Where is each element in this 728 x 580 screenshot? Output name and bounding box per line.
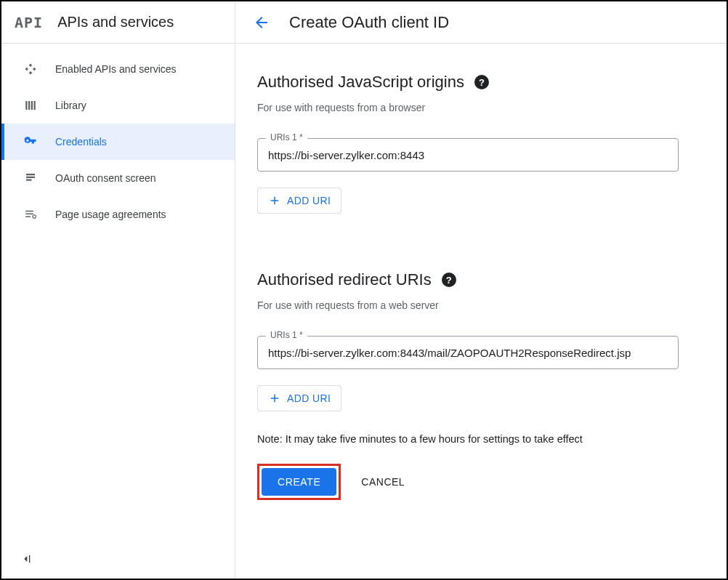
js-origins-input-label: URIs 1 * <box>266 132 307 142</box>
main-header: Create OAuth client ID <box>235 1 727 44</box>
sidebar-item-library[interactable]: Library <box>1 87 235 124</box>
redirect-uris-title: Authorised redirect URIs <box>257 270 432 289</box>
main-body: Authorised JavaScript origins ? For use … <box>235 44 727 579</box>
sidebar-nav: Enabled APIs and services Library Creden… <box>1 44 235 539</box>
library-icon <box>22 97 39 114</box>
js-origins-uri-input[interactable] <box>257 138 679 172</box>
add-js-origin-uri-button[interactable]: ADD URI <box>257 188 341 214</box>
help-icon[interactable]: ? <box>442 273 456 287</box>
sidebar-item-label: OAuth consent screen <box>55 172 156 184</box>
consent-screen-icon <box>22 169 39 187</box>
create-highlight-box: CREATE <box>257 464 341 500</box>
api-logo: API <box>15 14 43 31</box>
enabled-apis-icon <box>22 60 39 78</box>
svg-point-0 <box>33 215 36 219</box>
redirect-uri-input[interactable] <box>257 336 679 369</box>
sidebar-item-label: Page usage agreements <box>55 209 166 220</box>
js-origins-header: Authorised JavaScript origins ? <box>257 73 705 92</box>
add-uri-label: ADD URI <box>287 392 331 404</box>
sidebar-item-credentials[interactable]: Credentials <box>1 124 235 160</box>
sidebar-item-page-usage-agreements[interactable]: Page usage agreements <box>1 196 235 233</box>
key-icon <box>22 133 39 150</box>
js-origins-input-wrapper: URIs 1 * <box>257 138 679 172</box>
sidebar-item-label: Library <box>55 100 86 111</box>
add-redirect-uri-button[interactable]: ADD URI <box>257 385 341 411</box>
sidebar-header: API APIs and services <box>1 1 235 44</box>
page-title: Create OAuth client ID <box>289 13 449 32</box>
add-uri-label: ADD URI <box>287 195 331 206</box>
cancel-button[interactable]: CANCEL <box>361 476 405 488</box>
back-arrow-icon[interactable] <box>253 14 270 31</box>
plus-icon <box>268 194 281 207</box>
sidebar-item-enabled-apis[interactable]: Enabled APIs and services <box>1 51 235 87</box>
help-icon[interactable]: ? <box>474 75 489 89</box>
js-origins-section: Authorised JavaScript origins ? For use … <box>257 73 705 214</box>
js-origins-title: Authorised JavaScript origins <box>257 73 464 92</box>
settings-note: Note: It may take five minutes to a few … <box>257 433 705 445</box>
sidebar-title: APIs and services <box>57 14 174 31</box>
collapse-icon <box>20 553 32 565</box>
redirect-uris-input-wrapper: URIs 1 * <box>257 336 679 369</box>
main-content: Create OAuth client ID Authorised JavaSc… <box>235 1 727 579</box>
settings-list-icon <box>22 206 39 223</box>
redirect-uris-header: Authorised redirect URIs ? <box>257 270 705 289</box>
redirect-uris-section: Authorised redirect URIs ? For use with … <box>257 270 705 411</box>
redirect-uris-desc: For use with requests from a web server <box>257 299 705 311</box>
js-origins-desc: For use with requests from a browser <box>257 102 705 113</box>
collapse-sidebar-button[interactable] <box>1 539 235 579</box>
form-actions: CREATE CANCEL <box>257 464 705 500</box>
create-button[interactable]: CREATE <box>262 468 336 496</box>
sidebar-item-oauth-consent[interactable]: OAuth consent screen <box>1 160 235 196</box>
sidebar-item-label: Enabled APIs and services <box>55 63 177 75</box>
plus-icon <box>268 392 281 405</box>
redirect-uris-input-label: URIs 1 * <box>266 330 307 340</box>
sidebar: API APIs and services Enabled APIs and s… <box>1 1 235 579</box>
sidebar-item-label: Credentials <box>55 136 107 148</box>
